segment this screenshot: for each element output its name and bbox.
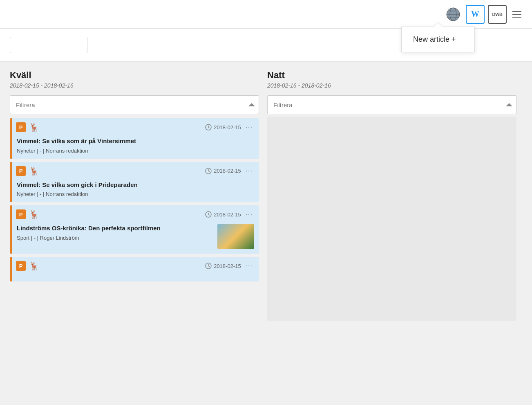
kvall-title: Kväll <box>10 70 259 81</box>
dwb-label: DWB <box>492 12 503 17</box>
w-label: W <box>471 9 479 19</box>
hamburger-button[interactable] <box>510 9 524 20</box>
clock-icon <box>205 168 212 174</box>
article-meta: Nyheter | - | Norrans redaktion <box>17 148 254 154</box>
article-date: 2018-02-15 <box>214 263 241 269</box>
article-more-button[interactable]: ··· <box>244 124 254 131</box>
article-thumbnail <box>217 224 254 249</box>
clock-date: 2018-02-15 <box>205 168 241 174</box>
globe-icon <box>446 7 460 22</box>
thumb-image <box>217 224 254 249</box>
article-header: P 🦌 2018-02-15 ··· <box>12 162 259 179</box>
p-badge: P <box>16 261 26 271</box>
kvall-filter-row <box>10 95 259 114</box>
svg-line-13 <box>208 214 210 215</box>
w-button[interactable]: W <box>466 5 485 24</box>
svg-line-10 <box>208 171 210 172</box>
moose-icon: 🦌 <box>29 209 39 219</box>
article-more-button[interactable]: ··· <box>244 211 254 218</box>
article-text: Vimmel: Se vilka som är på Vintersimmet … <box>17 137 254 154</box>
kvall-chevron-up-icon <box>248 103 255 106</box>
kvall-collapse-button[interactable] <box>248 103 255 106</box>
new-article-button[interactable]: New article + <box>402 27 474 52</box>
natt-collapse-button[interactable] <box>506 103 512 106</box>
search-input[interactable] <box>10 37 87 53</box>
article-body: Vimmel: Se vilka som är på Vintersimmet … <box>12 135 259 159</box>
clock-icon <box>205 124 212 130</box>
moose-icon: 🦌 <box>29 166 39 176</box>
clock-date: 2018-02-15 <box>205 263 241 269</box>
moose-icon: 🦌 <box>29 261 39 271</box>
dwb-button[interactable]: DWB <box>488 5 507 24</box>
article-date: 2018-02-15 <box>214 212 241 218</box>
article-meta: Sport | - | Roger Lindström <box>17 235 212 241</box>
natt-chevron-up-icon <box>506 103 512 106</box>
article-title: Vimmel: Se vilka som gick i Prideparaden <box>17 181 254 189</box>
article-meta: Nyheter | - | Norrans redaktion <box>17 191 254 197</box>
kvall-column: Kväll 2018-02-15 - 2018-02-16 P 🦌 <box>10 70 259 321</box>
svg-line-16 <box>208 266 210 267</box>
article-card[interactable]: P 🦌 2018-02-15 ··· Vim <box>10 162 259 202</box>
article-text: Lindströms OS-krönika: Den perfekta spor… <box>17 224 212 249</box>
article-more-button[interactable]: ··· <box>244 262 254 270</box>
natt-filter-input[interactable] <box>267 95 516 114</box>
article-body: Vimmel: Se vilka som gick i Prideparaden… <box>12 179 259 202</box>
hamburger-line-2 <box>512 14 521 15</box>
article-text: Vimmel: Se vilka som gick i Prideparaden… <box>17 181 254 198</box>
article-card[interactable]: P 🦌 2018-02-15 ··· <box>10 257 259 281</box>
hamburger-line-1 <box>512 11 521 12</box>
natt-date: 2018-02-16 - 2018-02-16 <box>267 82 516 89</box>
natt-title: Natt <box>267 70 516 81</box>
clock-icon <box>205 263 212 269</box>
dropdown-arrow <box>434 23 442 27</box>
article-more-button[interactable]: ··· <box>244 167 254 175</box>
article-date: 2018-02-15 <box>214 168 241 174</box>
article-body: Lindströms OS-krönika: Den perfekta spor… <box>12 223 259 254</box>
kvall-filter-input[interactable] <box>10 95 259 114</box>
kvall-date: 2018-02-15 - 2018-02-16 <box>10 82 259 89</box>
p-badge: P <box>16 166 26 176</box>
kvall-articles-list: P 🦌 2018-02-15 ··· Vim <box>10 118 259 281</box>
moose-icon: 🦌 <box>29 122 39 132</box>
new-article-dropdown: New article + <box>401 27 475 52</box>
natt-filter-row <box>267 95 516 114</box>
main-content: Kväll 2018-02-15 - 2018-02-16 P 🦌 <box>0 62 532 329</box>
natt-content-area <box>267 117 516 321</box>
article-header: P 🦌 2018-02-15 ··· <box>12 118 259 135</box>
svg-line-7 <box>208 127 210 128</box>
top-bar: W DWB New article + <box>0 0 532 29</box>
p-badge: P <box>16 122 26 132</box>
globe-button[interactable] <box>444 5 463 24</box>
article-header: P 🦌 2018-02-15 ··· <box>12 205 259 223</box>
clock-icon <box>205 211 212 218</box>
article-title: Lindströms OS-krönika: Den perfekta spor… <box>17 224 212 232</box>
clock-date: 2018-02-15 <box>205 124 241 130</box>
article-title: Vimmel: Se vilka som är på Vintersimmet <box>17 137 254 145</box>
article-card[interactable]: P 🦌 2018-02-15 ··· Vim <box>10 118 259 159</box>
article-card[interactable]: P 🦌 2018-02-15 ··· Lin <box>10 205 259 254</box>
article-header: P 🦌 2018-02-15 ··· <box>12 257 259 274</box>
p-badge: P <box>16 209 26 219</box>
hamburger-line-3 <box>512 17 521 18</box>
natt-column: Natt 2018-02-16 - 2018-02-16 <box>267 70 516 321</box>
article-date: 2018-02-15 <box>214 124 241 130</box>
clock-date: 2018-02-15 <box>205 211 241 218</box>
top-bar-icons: W DWB <box>444 5 524 24</box>
